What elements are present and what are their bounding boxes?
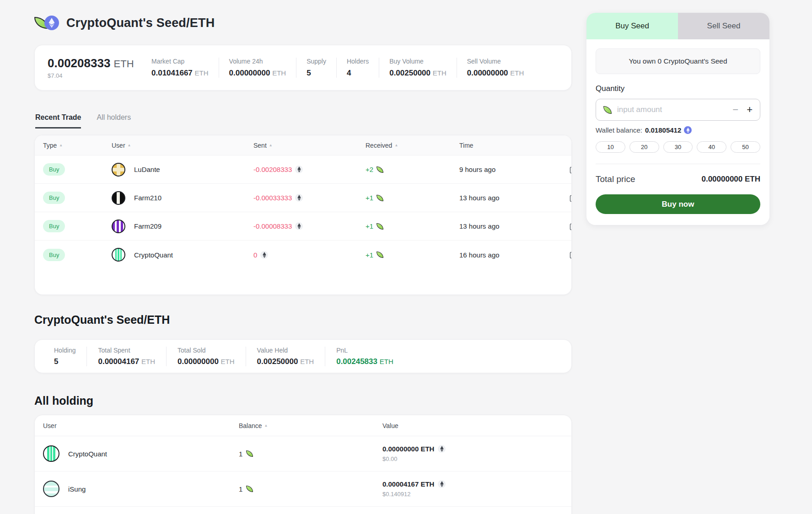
user-name[interactable]: Farm210 (134, 194, 161, 202)
user-name[interactable]: CryptoQuant (68, 450, 107, 458)
received-amount: +1 (366, 194, 373, 202)
table-row: CryptoQuant 1 0.00000000 ETH $0.00 (35, 436, 571, 471)
tab-all-holders[interactable]: All holders (97, 113, 131, 128)
stat-volume-24h: Volume 24h 0.00000000 ETH (219, 58, 296, 78)
sent-amount: -0.00033333 (253, 194, 292, 202)
table-row: Buy Farm210 -0.00033333 +1 13 hours ago (35, 184, 571, 212)
balance-amount: 1 (239, 485, 242, 493)
sort-icon: ▲ (128, 143, 131, 147)
total-price-value: 0.00000000 ETH (701, 175, 760, 184)
quick-amount-20[interactable]: 20 (629, 141, 659, 153)
eth-icon (295, 222, 303, 230)
position-stats-bar: Holding 5 Total Spent 0.00004167 ETH Tot… (34, 339, 572, 373)
stat-holders: Holders 4 (336, 58, 379, 78)
value-eth: 0.00000000 ETH (382, 445, 434, 453)
quick-amount-50[interactable]: 50 (731, 141, 760, 153)
wallet-balance-label: Wallet balance: (596, 126, 642, 134)
tab-sell-seed[interactable]: Sell Seed (678, 13, 769, 39)
value-usd: $0.00 (382, 455, 563, 462)
avatar (43, 481, 59, 497)
avatar (112, 248, 125, 262)
buy-badge: Buy (43, 220, 65, 232)
external-link-icon[interactable] (569, 222, 572, 231)
stat-total-sold: Total Sold 0.00000000 ETH (166, 347, 246, 366)
user-name[interactable]: Farm209 (134, 222, 161, 230)
quantity-input[interactable] (617, 105, 727, 114)
avatar (43, 445, 59, 462)
col-value[interactable]: Value (382, 422, 563, 429)
eth-icon (295, 166, 303, 173)
stat-holding: Holding 5 (54, 347, 86, 366)
decrement-button[interactable]: − (732, 105, 738, 115)
stat-market-cap: Market Cap 0.01041667 ETH (141, 58, 219, 78)
value-usd: $0.140912 (382, 491, 563, 498)
tab-buy-seed[interactable]: Buy Seed (586, 13, 678, 39)
stats-bar: 0.00208333 ETH $7.04 Market Cap 0.010416… (34, 45, 572, 91)
sort-icon: ▲ (264, 423, 268, 428)
all-holding-section-title: All holding (34, 394, 572, 407)
buy-badge: Buy (43, 249, 65, 261)
stat-value-held: Value Held 0.00250000 ETH (246, 347, 325, 366)
recent-trades-table: Type▲ User▲ Sent▲ Received▲ Time Buy LuD… (34, 135, 572, 295)
increment-button[interactable]: + (747, 105, 753, 115)
stat-buy-volume: Buy Volume 0.00250000 ETH (379, 58, 457, 78)
avatar (112, 163, 125, 177)
eth-icon (260, 251, 268, 259)
seed-leaf-icon (603, 106, 612, 114)
col-user[interactable]: User▲ (112, 142, 253, 149)
avatar (112, 220, 125, 233)
trade-panel-body: You own 0 CryptoQuant's Seed Quantity − … (586, 39, 769, 225)
sent-amount: -0.00208333 (253, 166, 292, 173)
total-price-label: Total price (596, 174, 635, 184)
external-link-icon[interactable] (569, 165, 572, 174)
price-unit: ETH (114, 58, 134, 70)
sent-amount: -0.00008333 (253, 222, 292, 230)
stat-total-spent: Total Spent 0.00004167 ETH (86, 347, 166, 366)
table-row: Buy LuDante -0.00208333 +2 9 hours ago (35, 155, 571, 184)
trade-time: 16 hours ago (459, 251, 569, 259)
sent-amount: 0 (253, 251, 257, 259)
total-price-row: Total price 0.00000000 ETH (596, 174, 760, 184)
trade-panel: Buy Seed Sell Seed You own 0 CryptoQuant… (586, 13, 769, 225)
quick-amount-30[interactable]: 30 (663, 141, 693, 153)
page-title: CryptoQuant's Seed/ETH (66, 16, 215, 30)
seed-leaf-icon (376, 223, 383, 230)
tab-recent-trade[interactable]: Recent Trade (35, 113, 81, 128)
col-type[interactable]: Type▲ (43, 142, 112, 149)
wallet-balance-value: 0.01805412 (645, 126, 681, 134)
trade-time: 13 hours ago (459, 222, 569, 230)
external-link-icon[interactable] (569, 250, 572, 259)
col-balance[interactable]: Balance▲ (239, 422, 382, 429)
col-user[interactable]: User (43, 422, 239, 429)
quantity-label: Quantity (596, 84, 760, 93)
quantity-input-row: − + (596, 99, 760, 121)
price-usd: $7.04 (48, 72, 141, 79)
page-header: CryptoQuant's Seed/ETH (34, 11, 572, 35)
seed-leaf-icon (246, 450, 253, 457)
user-name[interactable]: CryptoQuant (134, 251, 173, 259)
holdings-header-row: User Balance▲ Value (35, 415, 571, 436)
col-time[interactable]: Time (459, 142, 569, 149)
eth-icon (684, 126, 692, 134)
table-row: iSung 1 0.00004167 ETH $0.140912 (35, 471, 571, 507)
trade-panel-tabs: Buy Seed Sell Seed (586, 13, 769, 39)
trades-header-row: Type▲ User▲ Sent▲ Received▲ Time (35, 135, 571, 155)
seed-leaf-icon (376, 166, 383, 173)
buy-now-button[interactable]: Buy now (596, 194, 760, 214)
quick-amount-10[interactable]: 10 (596, 141, 625, 153)
value-eth: 0.00004167 ETH (382, 480, 434, 488)
sort-icon: ▲ (59, 143, 63, 147)
price-value: 0.00208333 (48, 56, 110, 70)
user-name[interactable]: iSung (68, 485, 86, 493)
col-received[interactable]: Received▲ (366, 142, 459, 149)
quick-amount-40[interactable]: 40 (697, 141, 726, 153)
seed-leaf-icon (376, 195, 383, 201)
quick-amounts: 10 20 30 40 50 (596, 141, 760, 153)
external-link-icon[interactable] (569, 193, 572, 203)
ownership-info: You own 0 CryptoQuant's Seed (596, 48, 760, 74)
user-name[interactable]: LuDante (134, 166, 160, 173)
col-sent[interactable]: Sent▲ (253, 142, 366, 149)
sort-icon: ▲ (394, 143, 398, 147)
stat-supply: Supply 5 (296, 58, 336, 78)
eth-icon (438, 445, 446, 453)
